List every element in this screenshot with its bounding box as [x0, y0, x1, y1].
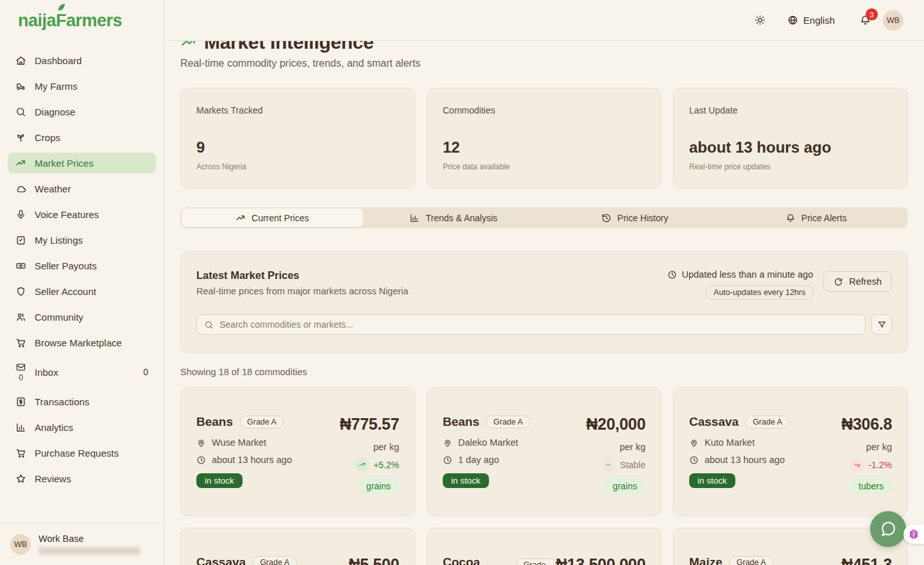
language-label: English — [803, 15, 835, 26]
search-input[interactable] — [219, 319, 858, 330]
market-name: Daleko Market — [458, 437, 518, 448]
user-email-redacted — [38, 547, 140, 555]
chat-fab-button[interactable] — [870, 511, 906, 547]
listing-check-icon — [15, 235, 26, 246]
avatar: WB — [10, 534, 31, 555]
inbox-count-badge: 0 — [143, 367, 148, 377]
sidebar-item-voice-features[interactable]: Voice Features — [8, 204, 156, 224]
tab-trends-analysis[interactable]: Trends & Analysis — [363, 208, 545, 227]
results-summary: Showing 18 of 18 commodities — [180, 367, 908, 377]
tab-price-history[interactable]: Price History — [544, 208, 726, 227]
refresh-icon — [834, 277, 843, 287]
logo[interactable]: naijaFarmers — [0, 0, 164, 41]
user-menu-avatar[interactable]: WB — [883, 10, 903, 31]
sidebar-item-reviews[interactable]: Reviews — [8, 468, 156, 489]
commodity-grid-row1: Beans Grade A Wuse Market about 13 hours… — [180, 387, 908, 516]
updated-ago: 1 day ago — [458, 455, 499, 465]
panel-subtitle: Real-time prices from major markets acro… — [196, 286, 408, 296]
language-selector[interactable]: English — [787, 15, 835, 26]
user-name: Work Base — [38, 534, 140, 544]
bar-chart-icon — [409, 213, 420, 223]
cloud-icon — [15, 183, 26, 194]
filter-icon — [877, 320, 887, 330]
map-pin-icon — [689, 438, 699, 448]
banknote-icon — [15, 260, 26, 271]
commodity-grid-row2: Cassava Grade A ₦5,500 Cocoa Beans Grade… — [180, 528, 908, 565]
tab-price-alerts[interactable]: Price Alerts — [726, 208, 907, 227]
sidebar-item-my-listings[interactable]: My Listings — [8, 230, 156, 250]
commodity-card[interactable]: Cocoa Beans Grade A ₦13,500,000 — [427, 528, 662, 565]
sidebar-item-my-farms[interactable]: My Farms — [8, 76, 156, 96]
commodity-card[interactable]: Beans Grade A Daleko Market 1 day ago in… — [427, 387, 662, 516]
sidebar-item-analytics[interactable]: Analytics — [8, 417, 156, 437]
market-name: Wuse Market — [212, 437, 266, 448]
category-badge: grains — [604, 478, 646, 494]
clock-icon — [667, 270, 677, 280]
grade-badge: Grade A — [517, 559, 556, 565]
history-icon — [601, 213, 612, 223]
sidebar-item-diagnose[interactable]: Diagnose — [8, 101, 156, 122]
tab-current-prices[interactable]: Current Prices — [182, 208, 363, 227]
grade-badge: Grade A — [253, 556, 296, 565]
search-icon — [204, 320, 214, 330]
sidebar: naijaFarmers Dashboard My Farms Diagnose… — [0, 0, 164, 565]
grade-badge: Grade A — [730, 556, 773, 565]
price: ₦5,500 — [348, 555, 399, 565]
trending-up-icon — [235, 213, 246, 223]
sidebar-item-transactions[interactable]: Transactions — [8, 391, 156, 412]
search-icon — [15, 106, 26, 117]
grade-badge: Grade A — [486, 416, 530, 428]
sidebar-item-browse-marketplace[interactable]: Browse Marketplace — [8, 332, 156, 353]
commodity-name: Beans — [196, 415, 233, 429]
updated-ago: about 13 hours ago — [212, 455, 292, 465]
cart-icon — [15, 337, 26, 348]
chat-bubble-icon — [880, 521, 896, 537]
commodity-card[interactable]: Cassava Grade A Kuto Market about 13 hou… — [673, 387, 908, 516]
grade-badge: Grade A — [240, 416, 284, 428]
updated-ago: about 13 hours ago — [705, 455, 785, 465]
clock-icon — [443, 455, 452, 465]
refresh-button[interactable]: Refresh — [823, 271, 892, 292]
stat-card-markets-tracked: Markets Tracked 9 Across Nigeria — [180, 88, 415, 189]
sidebar-item-seller-account[interactable]: Seller Account — [8, 281, 156, 301]
category-badge: tubers — [850, 478, 892, 494]
extension-pill[interactable] — [903, 525, 924, 544]
tractor-icon — [15, 81, 26, 92]
trend-indicator: -1.2% — [850, 458, 892, 472]
commodity-name: Beans — [443, 415, 479, 429]
theme-toggle-button[interactable] — [755, 15, 766, 26]
sprout-icon — [15, 132, 26, 143]
sidebar-item-market-prices[interactable]: Market Prices — [8, 153, 156, 173]
sidebar-item-community[interactable]: Community — [8, 307, 156, 327]
bar-chart-icon — [15, 422, 26, 433]
sidebar-item-weather[interactable]: Weather — [8, 178, 156, 199]
home-icon — [15, 55, 26, 66]
search-box — [196, 314, 866, 335]
clock-icon — [196, 455, 206, 465]
commodity-card[interactable]: Cassava Grade A ₦5,500 — [180, 528, 415, 565]
sidebar-user-card[interactable]: WB Work Base — [0, 523, 164, 565]
brain-icon — [907, 528, 920, 541]
map-pin-icon — [196, 438, 206, 448]
page-subtitle: Real-time commodity prices, trends, and … — [180, 58, 908, 69]
price-unit: per kg — [373, 442, 399, 452]
stock-badge: in stock — [443, 473, 489, 488]
commodity-name: Maize — [689, 555, 723, 565]
notifications-button[interactable]: 3 — [859, 14, 871, 26]
logo-text: naijaFarmers — [18, 11, 122, 31]
receipt-icon — [15, 396, 26, 407]
stat-card-commodities: Commodities 12 Price data available — [427, 88, 662, 189]
sidebar-item-inbox[interactable]: 0 Inbox 0 — [8, 358, 156, 386]
sidebar-item-crops[interactable]: Crops — [8, 127, 156, 148]
sidebar-item-seller-payouts[interactable]: Seller Payouts — [8, 255, 156, 276]
topbar: English 3 WB — [164, 0, 924, 41]
sidebar-item-dashboard[interactable]: Dashboard — [8, 50, 156, 71]
leaf-icon — [56, 2, 67, 12]
trend-indicator: +5.2% — [355, 458, 399, 472]
shield-icon — [15, 286, 26, 297]
commodity-card[interactable]: Beans Grade A Wuse Market about 13 hours… — [180, 387, 415, 516]
category-badge: grains — [358, 478, 399, 494]
bell-icon — [785, 213, 796, 223]
sidebar-item-purchase-requests[interactable]: Purchase Requests — [8, 443, 156, 463]
filter-button[interactable] — [871, 314, 892, 335]
